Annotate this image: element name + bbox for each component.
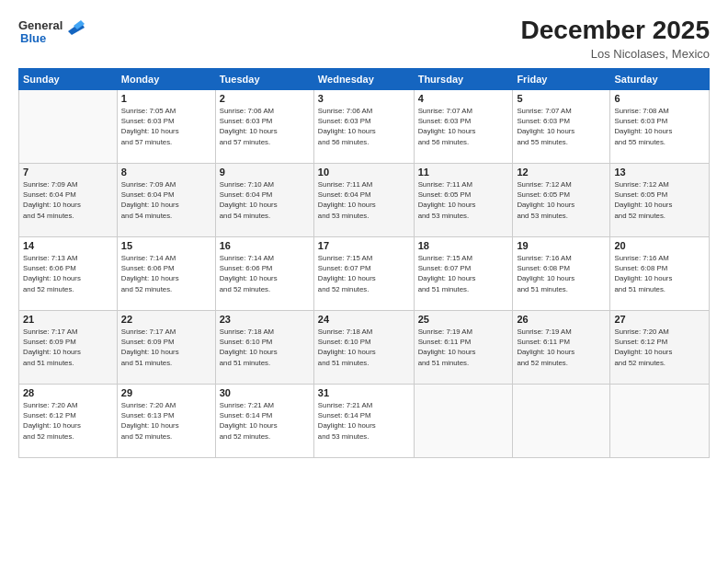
day-number: 13: [614, 167, 705, 178]
calendar-cell: 9Sunrise: 7:10 AM Sunset: 6:04 PM Daylig…: [215, 163, 313, 236]
day-info: Sunrise: 7:20 AM Sunset: 6:12 PM Dayligh…: [23, 400, 113, 442]
day-info: Sunrise: 7:10 AM Sunset: 6:04 PM Dayligh…: [220, 179, 310, 221]
day-info: Sunrise: 7:11 AM Sunset: 6:05 PM Dayligh…: [418, 179, 509, 221]
day-info: Sunrise: 7:14 AM Sunset: 6:06 PM Dayligh…: [121, 253, 211, 294]
day-info: Sunrise: 7:08 AM Sunset: 6:03 PM Dayligh…: [614, 106, 705, 147]
day-info: Sunrise: 7:20 AM Sunset: 6:12 PM Dayligh…: [614, 327, 705, 368]
day-number: 17: [318, 240, 410, 251]
calendar-cell: 13Sunrise: 7:12 AM Sunset: 6:05 PM Dayli…: [610, 163, 710, 236]
day-number: 29: [121, 387, 211, 398]
header-sunday: Sunday: [19, 68, 118, 89]
calendar-cell: 3Sunrise: 7:06 AM Sunset: 6:03 PM Daylig…: [313, 89, 414, 163]
day-number: 9: [220, 167, 310, 178]
day-number: 21: [23, 314, 113, 325]
day-info: Sunrise: 7:09 AM Sunset: 6:04 PM Dayligh…: [121, 179, 211, 221]
calendar-cell: 15Sunrise: 7:14 AM Sunset: 6:06 PM Dayli…: [117, 236, 215, 310]
week-row-1: 1Sunrise: 7:05 AM Sunset: 6:03 PM Daylig…: [19, 89, 710, 163]
header-friday: Friday: [513, 68, 610, 89]
day-info: Sunrise: 7:17 AM Sunset: 6:09 PM Dayligh…: [23, 327, 113, 368]
calendar-cell: [19, 89, 118, 163]
location-subtitle: Los Nicolases, Mexico: [521, 47, 710, 61]
week-row-2: 7Sunrise: 7:09 AM Sunset: 6:04 PM Daylig…: [19, 163, 710, 236]
calendar-cell: 4Sunrise: 7:07 AM Sunset: 6:03 PM Daylig…: [414, 89, 513, 163]
title-block: December 2025 Los Nicolases, Mexico: [521, 17, 710, 61]
day-info: Sunrise: 7:18 AM Sunset: 6:10 PM Dayligh…: [220, 327, 310, 368]
calendar-cell: 29Sunrise: 7:20 AM Sunset: 6:13 PM Dayli…: [117, 384, 215, 457]
day-info: Sunrise: 7:13 AM Sunset: 6:06 PM Dayligh…: [23, 253, 113, 294]
page: General Blue December 2025 Los Nicolases…: [0, 0, 728, 563]
calendar-cell: 21Sunrise: 7:17 AM Sunset: 6:09 PM Dayli…: [19, 310, 118, 384]
day-number: 23: [220, 314, 310, 325]
day-info: Sunrise: 7:17 AM Sunset: 6:09 PM Dayligh…: [121, 327, 211, 368]
calendar-cell: 23Sunrise: 7:18 AM Sunset: 6:10 PM Dayli…: [215, 310, 313, 384]
page-title: December 2025: [521, 17, 710, 45]
day-number: 16: [220, 240, 310, 251]
calendar-cell: 28Sunrise: 7:20 AM Sunset: 6:12 PM Dayli…: [19, 384, 118, 457]
day-info: Sunrise: 7:21 AM Sunset: 6:14 PM Dayligh…: [318, 400, 410, 442]
day-number: 20: [614, 240, 705, 251]
calendar-cell: 6Sunrise: 7:08 AM Sunset: 6:03 PM Daylig…: [610, 89, 710, 163]
day-info: Sunrise: 7:18 AM Sunset: 6:10 PM Dayligh…: [318, 327, 410, 368]
day-info: Sunrise: 7:06 AM Sunset: 6:03 PM Dayligh…: [220, 106, 310, 147]
day-number: 30: [220, 387, 310, 398]
day-number: 11: [418, 167, 509, 178]
day-info: Sunrise: 7:12 AM Sunset: 6:05 PM Dayligh…: [517, 179, 606, 221]
day-number: 31: [318, 387, 410, 398]
day-number: 19: [517, 240, 606, 251]
calendar-cell: 2Sunrise: 7:06 AM Sunset: 6:03 PM Daylig…: [215, 89, 313, 163]
day-info: Sunrise: 7:15 AM Sunset: 6:07 PM Dayligh…: [418, 253, 509, 294]
calendar-cell: 19Sunrise: 7:16 AM Sunset: 6:08 PM Dayli…: [513, 236, 610, 310]
header-row: SundayMondayTuesdayWednesdayThursdayFrid…: [19, 68, 710, 89]
calendar-cell: 22Sunrise: 7:17 AM Sunset: 6:09 PM Dayli…: [117, 310, 215, 384]
day-number: 14: [23, 240, 113, 251]
header-thursday: Thursday: [414, 68, 513, 89]
day-number: 10: [318, 167, 410, 178]
day-number: 5: [517, 93, 606, 104]
day-number: 26: [517, 314, 606, 325]
logo: General Blue: [18, 17, 85, 46]
calendar-header: SundayMondayTuesdayWednesdayThursdayFrid…: [19, 68, 710, 89]
day-info: Sunrise: 7:06 AM Sunset: 6:03 PM Dayligh…: [318, 106, 410, 147]
calendar-cell: 7Sunrise: 7:09 AM Sunset: 6:04 PM Daylig…: [19, 163, 118, 236]
day-number: 28: [23, 387, 113, 398]
day-info: Sunrise: 7:15 AM Sunset: 6:07 PM Dayligh…: [318, 253, 410, 294]
week-row-4: 21Sunrise: 7:17 AM Sunset: 6:09 PM Dayli…: [19, 310, 710, 384]
calendar-cell: [414, 384, 513, 457]
day-number: 15: [121, 240, 211, 251]
day-number: 2: [220, 93, 310, 104]
day-number: 3: [318, 93, 410, 104]
day-number: 12: [517, 167, 606, 178]
calendar-cell: 17Sunrise: 7:15 AM Sunset: 6:07 PM Dayli…: [313, 236, 414, 310]
calendar-cell: 25Sunrise: 7:19 AM Sunset: 6:11 PM Dayli…: [414, 310, 513, 384]
calendar-cell: 8Sunrise: 7:09 AM Sunset: 6:04 PM Daylig…: [117, 163, 215, 236]
day-info: Sunrise: 7:11 AM Sunset: 6:04 PM Dayligh…: [318, 179, 410, 221]
day-info: Sunrise: 7:16 AM Sunset: 6:08 PM Dayligh…: [614, 253, 705, 294]
day-info: Sunrise: 7:19 AM Sunset: 6:11 PM Dayligh…: [517, 327, 606, 368]
calendar-cell: 11Sunrise: 7:11 AM Sunset: 6:05 PM Dayli…: [414, 163, 513, 236]
day-info: Sunrise: 7:16 AM Sunset: 6:08 PM Dayligh…: [517, 253, 606, 294]
calendar-cell: 1Sunrise: 7:05 AM Sunset: 6:03 PM Daylig…: [117, 89, 215, 163]
day-info: Sunrise: 7:12 AM Sunset: 6:05 PM Dayligh…: [614, 179, 705, 221]
calendar-cell: 20Sunrise: 7:16 AM Sunset: 6:08 PM Dayli…: [610, 236, 710, 310]
day-number: 25: [418, 314, 509, 325]
header-wednesday: Wednesday: [313, 68, 414, 89]
day-number: 1: [121, 93, 211, 104]
day-number: 4: [418, 93, 509, 104]
calendar-cell: 10Sunrise: 7:11 AM Sunset: 6:04 PM Dayli…: [313, 163, 414, 236]
day-number: 6: [614, 93, 705, 104]
day-number: 18: [418, 240, 509, 251]
calendar-body: 1Sunrise: 7:05 AM Sunset: 6:03 PM Daylig…: [19, 89, 710, 457]
calendar-cell: 30Sunrise: 7:21 AM Sunset: 6:14 PM Dayli…: [215, 384, 313, 457]
calendar-cell: 26Sunrise: 7:19 AM Sunset: 6:11 PM Dayli…: [513, 310, 610, 384]
day-info: Sunrise: 7:21 AM Sunset: 6:14 PM Dayligh…: [220, 400, 310, 442]
day-info: Sunrise: 7:09 AM Sunset: 6:04 PM Dayligh…: [23, 179, 113, 221]
day-number: 7: [23, 167, 113, 178]
week-row-3: 14Sunrise: 7:13 AM Sunset: 6:06 PM Dayli…: [19, 236, 710, 310]
calendar-cell: 31Sunrise: 7:21 AM Sunset: 6:14 PM Dayli…: [313, 384, 414, 457]
calendar-cell: 16Sunrise: 7:14 AM Sunset: 6:06 PM Dayli…: [215, 236, 313, 310]
header-monday: Monday: [117, 68, 215, 89]
day-info: Sunrise: 7:20 AM Sunset: 6:13 PM Dayligh…: [121, 400, 211, 442]
calendar-cell: 27Sunrise: 7:20 AM Sunset: 6:12 PM Dayli…: [610, 310, 710, 384]
calendar-cell: 24Sunrise: 7:18 AM Sunset: 6:10 PM Dayli…: [313, 310, 414, 384]
calendar-cell: 14Sunrise: 7:13 AM Sunset: 6:06 PM Dayli…: [19, 236, 118, 310]
